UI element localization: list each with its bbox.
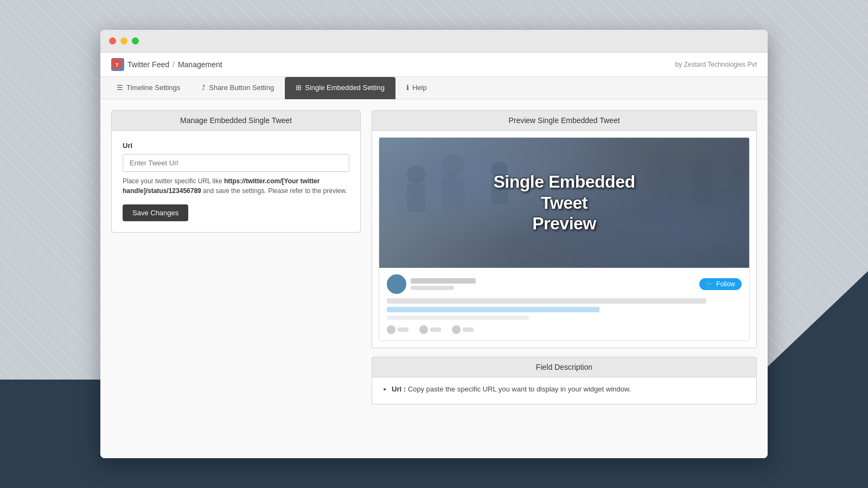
content-area: Manage Embedded Single Tweet Url Place y… — [100, 99, 768, 458]
tweet-handle-placeholder — [411, 286, 454, 290]
follow-button-label: Follow — [716, 280, 735, 288]
svg-text:T: T — [116, 62, 119, 68]
tab-bar: ☰ Timeline Settings ⤴ Share Button Setti… — [100, 77, 768, 99]
app-header: T Twitter Feed / Management by Zestard T… — [100, 53, 768, 77]
tab-help-label: Help — [412, 84, 427, 92]
like-icon — [452, 325, 461, 334]
svg-point-2 — [407, 165, 425, 184]
breadcrumb-separator: / — [173, 60, 175, 69]
url-input[interactable] — [123, 154, 349, 172]
tab-share-label: Share Button Setting — [209, 84, 274, 92]
tweet-action-retweet — [419, 325, 441, 334]
preview-panel-header: Preview Single Embedded Tweet — [372, 110, 757, 131]
breadcrumb-app: Twitter Feed — [127, 60, 169, 69]
tweet-user-info — [387, 274, 476, 294]
help-icon: ℹ — [406, 84, 409, 92]
tab-timeline-label: Timeline Settings — [126, 84, 180, 92]
tweet-overlay-line2: Tweet — [494, 192, 635, 213]
tweet-name-block — [411, 278, 476, 290]
svg-point-8 — [656, 151, 676, 171]
tab-share[interactable]: ⤴ Share Button Setting — [191, 77, 285, 99]
svg-rect-11 — [694, 177, 712, 204]
twitter-bird-icon: 🐦 — [706, 280, 714, 288]
like-count — [463, 328, 474, 332]
tweet-overlay-line1: Single Embedded — [494, 171, 635, 192]
field-desc-item-url: Url : Copy paste the specific URL you wa… — [392, 384, 748, 395]
reply-count — [398, 328, 409, 332]
field-desc-header: Field Description — [372, 357, 757, 377]
tweet-actions — [387, 325, 742, 334]
field-desc-list: Url : Copy paste the specific URL you wa… — [381, 384, 748, 395]
close-button[interactable] — [109, 37, 116, 44]
tweet-preview-card: Single Embedded Tweet Preview — [379, 137, 750, 341]
reply-icon — [387, 325, 395, 334]
field-description-section: Field Description Url : Copy paste the s… — [372, 357, 757, 404]
svg-point-10 — [694, 158, 712, 177]
svg-point-12 — [714, 151, 729, 166]
tweet-date-line — [387, 316, 529, 320]
timeline-icon: ☰ — [117, 84, 123, 92]
tab-single-embedded-label: Single Embedded Setting — [305, 84, 385, 92]
tweet-name-placeholder — [411, 278, 476, 284]
breadcrumb-section: Management — [178, 60, 222, 69]
maximize-button[interactable] — [132, 37, 139, 44]
tab-help[interactable]: ℹ Help — [395, 77, 438, 99]
hint-text: Place your twitter specific URL like htt… — [123, 176, 349, 196]
brand-icon: T — [111, 58, 124, 71]
manage-panel-body: Url Place your twitter specific URL like… — [111, 131, 361, 233]
main-window: T Twitter Feed / Management by Zestard T… — [100, 30, 768, 458]
manage-panel-header: Manage Embedded Single Tweet — [111, 110, 361, 131]
svg-rect-13 — [714, 166, 729, 189]
embed-icon: ⊞ — [296, 84, 302, 92]
hint-suffix: and save the settings. Please refer to t… — [201, 187, 347, 195]
tab-timeline[interactable]: ☰ Timeline Settings — [106, 77, 191, 99]
tweet-overlay-text: Single Embedded Tweet Preview — [494, 171, 635, 234]
tweet-action-like — [452, 325, 474, 334]
tweet-link-line — [387, 307, 599, 312]
svg-rect-9 — [656, 171, 676, 201]
tweet-overlay-line3: Preview — [494, 213, 635, 234]
tweet-body: 🐦 Follow — [379, 268, 749, 341]
share-icon: ⤴ — [202, 84, 206, 92]
retweet-count — [430, 328, 441, 332]
retweet-icon — [419, 325, 428, 334]
tab-single-embedded[interactable]: ⊞ Single Embedded Setting — [285, 77, 395, 99]
tweet-image: Single Embedded Tweet Preview — [379, 138, 749, 268]
breadcrumb: T Twitter Feed / Management — [111, 58, 222, 71]
field-url-desc: Copy paste the specific URL you want to … — [408, 385, 631, 393]
svg-point-4 — [442, 154, 465, 177]
tweet-user-row: 🐦 Follow — [387, 274, 742, 294]
header-credit: by Zestard Technologies Pvt — [675, 61, 757, 68]
titlebar — [100, 30, 768, 53]
tweet-action-reply — [387, 325, 409, 334]
field-url-label: Url : — [392, 385, 406, 393]
tweet-content-line-1 — [387, 298, 706, 304]
svg-rect-3 — [407, 184, 425, 211]
follow-button[interactable]: 🐦 Follow — [699, 278, 742, 290]
preview-section: Preview Single Embedded Tweet — [372, 110, 757, 348]
url-label: Url — [123, 142, 349, 150]
minimize-button[interactable] — [120, 37, 127, 44]
save-changes-button[interactable]: Save Changes — [123, 204, 188, 221]
hint-prefix: Place your twitter specific URL like — [123, 177, 224, 185]
field-desc-body: Url : Copy paste the specific URL you wa… — [372, 377, 757, 404]
preview-panel-body: Single Embedded Tweet Preview — [372, 131, 757, 348]
left-panel: Manage Embedded Single Tweet Url Place y… — [111, 110, 361, 447]
right-panel: Preview Single Embedded Tweet — [372, 110, 757, 447]
svg-rect-5 — [442, 177, 465, 209]
tweet-avatar — [387, 274, 406, 294]
